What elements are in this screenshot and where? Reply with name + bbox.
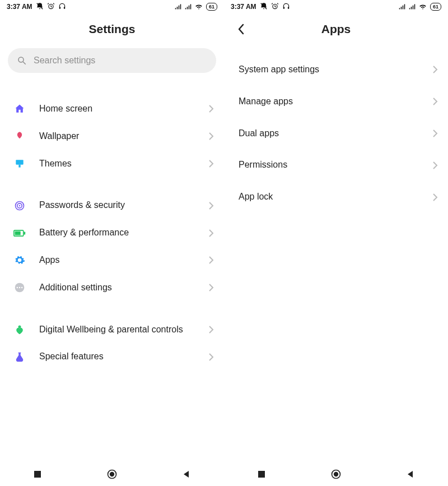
nav-home-button[interactable]: [102, 464, 122, 484]
header: Settings: [0, 13, 224, 45]
settings-item-digital-wellbeing[interactable]: Digital Wellbeing & parental controls: [0, 316, 224, 344]
status-bar: 3:37 AM 61: [0, 0, 224, 13]
battery-indicator: 61: [206, 3, 217, 11]
chevron-right-icon: [208, 326, 214, 334]
themes-icon: [12, 158, 27, 169]
signal-1-icon: [399, 3, 405, 10]
dnd-icon: [260, 2, 268, 12]
svg-rect-25: [283, 7, 284, 9]
apps-item-permissions[interactable]: Permissions: [224, 149, 448, 181]
svg-point-29: [334, 472, 338, 476]
navigation-bar: [224, 462, 448, 486]
headphones-icon: [58, 2, 66, 12]
nav-back-button[interactable]: [400, 464, 421, 484]
settings-item-label: Special features: [39, 351, 196, 363]
chevron-right-icon: [208, 160, 214, 168]
nav-recent-button[interactable]: [251, 464, 272, 484]
svg-point-4: [18, 57, 24, 62]
settings-item-label: Themes: [39, 158, 196, 170]
chevron-right-icon: [208, 284, 214, 291]
nav-back-button[interactable]: [176, 464, 197, 484]
settings-item-label: Battery & performance: [39, 227, 196, 239]
alarm-icon: [47, 2, 55, 12]
fingerprint-icon: [12, 200, 27, 211]
signal-2-icon: [185, 3, 192, 10]
settings-item-label: Digital Wellbeing & parental controls: [39, 324, 196, 336]
alarm-icon: [271, 2, 279, 12]
search-icon: [17, 55, 27, 66]
apps-item-dual-apps[interactable]: Dual apps: [224, 118, 448, 150]
chevron-right-icon: [432, 161, 438, 169]
apps-item-app-lock[interactable]: App lock: [224, 181, 448, 213]
signal-2-icon: [409, 3, 416, 10]
settings-item-label: Home screen: [39, 103, 196, 115]
svg-rect-27: [258, 471, 265, 478]
svg-rect-26: [287, 7, 288, 9]
chevron-right-icon: [208, 256, 214, 264]
signal-1-icon: [175, 3, 181, 10]
svg-point-22: [110, 472, 114, 476]
svg-rect-7: [18, 165, 20, 168]
chevron-right-icon: [432, 66, 438, 73]
svg-point-17: [21, 287, 23, 289]
back-button[interactable]: [232, 20, 250, 38]
chevron-right-icon: [432, 98, 438, 105]
svg-rect-3: [63, 7, 64, 9]
settings-item-label: Wallpaper: [39, 131, 196, 142]
settings-item-label: Apps: [39, 254, 196, 266]
flask-icon: [12, 351, 27, 363]
dnd-icon: [36, 2, 44, 12]
headphones-icon: [282, 2, 290, 12]
page-title: Settings: [0, 22, 224, 36]
apps-item-label: Permissions: [239, 159, 432, 171]
apps-item-manage-apps[interactable]: Manage apps: [224, 86, 448, 118]
apps-item-label: Manage apps: [239, 96, 432, 108]
header: Apps: [224, 13, 448, 45]
settings-item-special-features[interactable]: Special features: [0, 343, 224, 371]
apps-list: System app settings Manage apps Dual app…: [224, 45, 448, 462]
search-placeholder: Search settings: [34, 55, 95, 66]
settings-item-battery-performance[interactable]: Battery & performance: [0, 219, 224, 247]
svg-rect-12: [15, 231, 21, 235]
search-input[interactable]: Search settings: [8, 48, 216, 73]
battery-indicator: 61: [430, 3, 441, 11]
chevron-right-icon: [208, 202, 214, 210]
svg-rect-13: [24, 232, 26, 234]
apps-item-system-app-settings[interactable]: System app settings: [224, 54, 448, 86]
page-title: Apps: [224, 22, 448, 36]
svg-point-15: [17, 287, 18, 289]
status-bar: 3:37 AM 61: [224, 0, 448, 13]
svg-rect-6: [16, 160, 23, 164]
settings-item-label: Passwords & security: [39, 200, 196, 211]
chevron-right-icon: [432, 193, 438, 201]
settings-item-themes[interactable]: Themes: [0, 150, 224, 178]
wallpaper-icon: [12, 131, 27, 142]
settings-item-additional-settings[interactable]: Additional settings: [0, 274, 224, 302]
battery-icon: [12, 229, 27, 237]
svg-rect-2: [59, 7, 60, 9]
settings-item-apps[interactable]: Apps: [0, 247, 224, 274]
gear-icon: [12, 254, 27, 266]
nav-home-button[interactable]: [326, 464, 346, 484]
settings-item-home-screen[interactable]: Home screen: [0, 95, 224, 123]
settings-item-wallpaper[interactable]: Wallpaper: [0, 123, 224, 150]
settings-screen: 3:37 AM 61 Settings: [0, 0, 224, 486]
nav-recent-button[interactable]: [27, 464, 48, 484]
svg-point-10: [19, 205, 21, 207]
wifi-icon: [419, 3, 427, 10]
chevron-right-icon: [208, 229, 214, 237]
svg-rect-20: [34, 471, 41, 478]
apps-item-label: App lock: [239, 191, 432, 203]
more-icon: [12, 282, 27, 293]
home-icon: [12, 103, 27, 114]
chevron-right-icon: [208, 105, 214, 113]
status-time: 3:37 AM: [7, 3, 32, 11]
settings-list: Home screen Wallpaper Themes: [0, 81, 224, 462]
svg-line-5: [23, 62, 26, 64]
chevron-right-icon: [208, 132, 214, 140]
navigation-bar: [0, 462, 224, 486]
wellbeing-icon: [12, 324, 27, 335]
apps-item-label: System app settings: [239, 64, 432, 76]
svg-rect-19: [18, 352, 21, 353]
settings-item-passwords-security[interactable]: Passwords & security: [0, 192, 224, 219]
